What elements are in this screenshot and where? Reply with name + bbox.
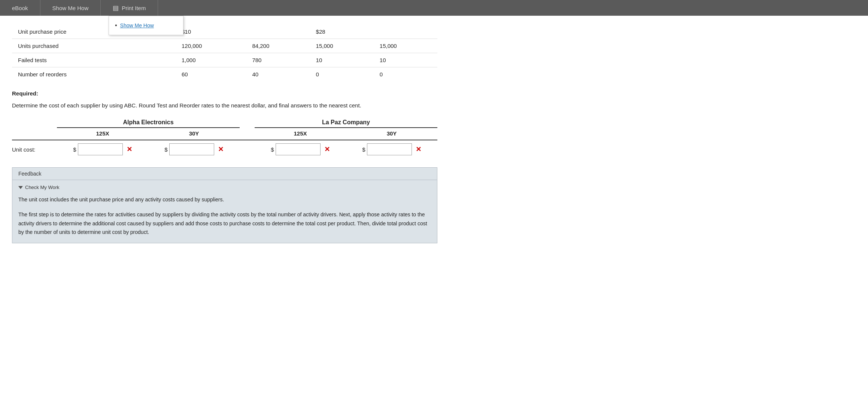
cell-value: 15,000 xyxy=(374,39,437,53)
alpha-125x-error-icon: ✕ xyxy=(127,145,132,153)
cell-value: 84,200 xyxy=(246,39,310,53)
cell-value: 120,000 xyxy=(176,39,246,53)
lapaz-125x-input-group: $ ✕ xyxy=(255,143,346,155)
ebook-button[interactable]: eBook xyxy=(0,0,40,16)
table-row: Number of reorders 60 40 0 0 xyxy=(12,67,437,82)
feedback-section: Feedback Check My Work The unit cost inc… xyxy=(12,167,437,243)
data-table: Unit purchase price $10 $28 Units purcha… xyxy=(12,25,437,81)
cell-value: 15,000 xyxy=(310,39,374,53)
feedback-header-label: Feedback xyxy=(18,171,41,177)
unit-cost-label: Unit cost: xyxy=(12,146,57,153)
feedback-text-1: The unit cost includes the unit purchase… xyxy=(18,194,431,209)
show-me-how-dropdown: • Show Me How xyxy=(109,16,183,35)
row-label: Failed tests xyxy=(12,53,176,67)
product-spacer xyxy=(240,130,255,137)
feedback-text-2: The first step is to determine the rates… xyxy=(18,209,431,241)
cell-value: 60 xyxy=(176,67,246,82)
row-label: Number of reorders xyxy=(12,67,176,82)
alpha-30y-input-group: $ ✕ xyxy=(148,143,240,155)
dollar-sign-3: $ xyxy=(271,146,274,153)
company-spacer xyxy=(240,119,255,128)
feedback-header: Feedback xyxy=(12,168,437,180)
print-item-label: Print Item xyxy=(122,5,146,11)
lapaz-company-group: La Paz Company xyxy=(255,119,437,128)
table-row: Unit purchase price $10 $28 xyxy=(12,25,437,39)
alpha-company-name: Alpha Electronics xyxy=(123,119,173,125)
cell-value: $28 xyxy=(310,25,374,39)
dropdown-show-me-how[interactable]: • Show Me How xyxy=(109,19,183,32)
ebook-label: eBook xyxy=(12,5,28,11)
alpha-30y-error-icon: ✕ xyxy=(218,145,224,153)
lapaz-30y-header: 30Y xyxy=(346,130,437,137)
alpha-30y-header: 30Y xyxy=(148,130,240,137)
triangle-icon xyxy=(18,186,23,189)
dollar-sign-2: $ xyxy=(164,146,167,153)
cell-value: 0 xyxy=(310,67,374,82)
unit-cost-row: Unit cost: $ ✕ $ ✕ $ ✕ $ xyxy=(12,140,437,155)
print-item-button[interactable]: ▤ Print Item xyxy=(101,0,158,16)
dollar-sign-1: $ xyxy=(73,146,76,153)
cell-value: 10 xyxy=(374,53,437,67)
dropdown-show-me-how-link[interactable]: Show Me How xyxy=(120,22,154,28)
cell-value xyxy=(246,25,310,39)
cell-value: 10 xyxy=(310,53,374,67)
lapaz-30y-input-group: $ ✕ xyxy=(346,143,437,155)
alpha-125x-input-group: $ ✕ xyxy=(57,143,148,155)
show-me-how-label: Show Me How xyxy=(52,5,89,11)
show-me-how-button[interactable]: Show Me How xyxy=(40,0,101,16)
table-row: Units purchased 120,000 84,200 15,000 15… xyxy=(12,39,437,53)
lapaz-company-name: La Paz Company xyxy=(322,119,370,125)
cell-value xyxy=(374,25,437,39)
product-headers-row: 125X 30Y 125X 30Y xyxy=(57,130,437,137)
lapaz-125x-input[interactable] xyxy=(276,143,321,155)
cell-value: 780 xyxy=(246,53,310,67)
lapaz-125x-error-icon: ✕ xyxy=(324,145,330,153)
required-label: Required: xyxy=(12,90,437,97)
cell-value: 1,000 xyxy=(176,53,246,67)
row-label: Units purchased xyxy=(12,39,176,53)
bullet-icon: • xyxy=(115,22,117,29)
dollar-sign-4: $ xyxy=(362,146,365,153)
alpha-30y-input[interactable] xyxy=(169,143,214,155)
check-my-work-title: Check My Work xyxy=(18,185,431,190)
answer-section: Alpha Electronics La Paz Company 125X 30… xyxy=(12,119,437,155)
check-my-work-label: Check My Work xyxy=(25,185,60,190)
lapaz-30y-error-icon: ✕ xyxy=(416,145,421,153)
table-row: Failed tests 1,000 780 10 10 xyxy=(12,53,437,67)
company-headers-row: Alpha Electronics La Paz Company xyxy=(57,119,437,128)
toolbar: eBook Show Me How ▤ Print Item • Show Me… xyxy=(0,0,868,16)
print-icon: ▤ xyxy=(113,4,119,12)
required-description: Determine the cost of each supplier by u… xyxy=(12,101,437,110)
cell-value: $10 xyxy=(176,25,246,39)
alpha-125x-input[interactable] xyxy=(78,143,123,155)
lapaz-125x-header: 125X xyxy=(255,130,346,137)
lapaz-30y-input[interactable] xyxy=(367,143,412,155)
main-content: Unit purchase price $10 $28 Units purcha… xyxy=(0,16,449,252)
cell-value: 40 xyxy=(246,67,310,82)
alpha-company-group: Alpha Electronics xyxy=(57,119,240,128)
alpha-125x-header: 125X xyxy=(57,130,148,137)
cell-value: 0 xyxy=(374,67,437,82)
check-my-work: Check My Work The unit cost includes the… xyxy=(12,180,437,243)
